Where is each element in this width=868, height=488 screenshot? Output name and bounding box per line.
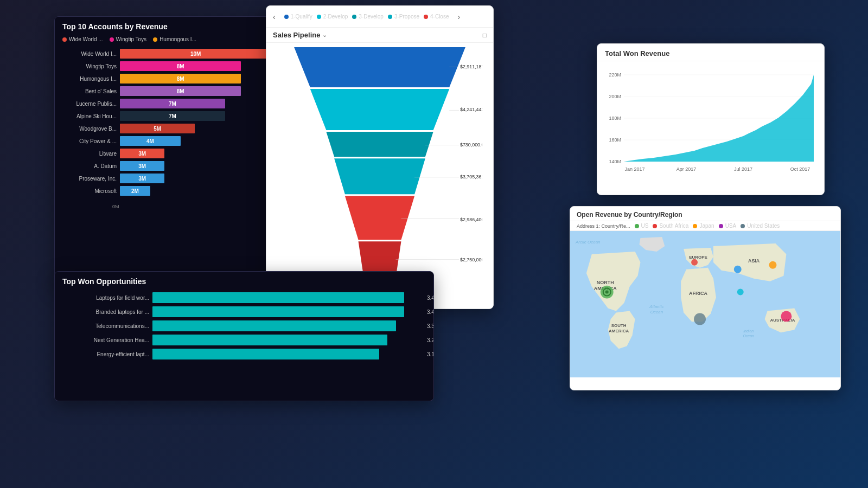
map-dot-japan: [769, 261, 777, 269]
bar-row: Best o' Sales 8M: [62, 86, 279, 96]
bar-outer: 7M: [120, 111, 279, 121]
svg-text:Ocean: Ocean: [743, 334, 754, 338]
pipeline-nav-left[interactable]: ‹: [273, 12, 276, 21]
map-legend-dot: [635, 224, 639, 228]
revenue-card: Total Won Revenue 220M 200M 180M 160M 14…: [597, 43, 825, 195]
svg-text:Indian: Indian: [743, 329, 754, 333]
bar-fill: 5M: [120, 124, 195, 133]
bar-fill: 8M: [120, 86, 241, 96]
map-legend-item: Japan: [693, 223, 714, 229]
map-svg: NORTH AMERICA SOUTH AMERICA EUROPE AFRIC…: [570, 231, 840, 377]
svg-text:EUROPE: EUROPE: [689, 255, 707, 260]
accounts-axis: 0M 10M: [55, 203, 287, 209]
bar-label: Humongous I...: [62, 76, 117, 82]
pipeline-nav-right[interactable]: ›: [457, 12, 460, 21]
bar-row: A. Datum 3M: [62, 161, 279, 171]
opp-bar-fill: [152, 292, 404, 303]
opp-bar-label: Next Generation Hea...: [62, 337, 149, 343]
dashboard-container: Top 10 Accounts by Revenue Wide World ..…: [0, 0, 868, 488]
funnel-container: $2,911,187.00 $4,241,442.00 $730,000.00 …: [266, 43, 493, 292]
bar-outer: 3M: [120, 174, 279, 183]
bar-row: Wingtip Toys 8M: [62, 61, 279, 71]
bar-label: Best o' Sales: [62, 88, 117, 94]
bar-outer: 10M: [120, 49, 279, 59]
opportunities-title: Top Won Opportunities: [55, 272, 433, 290]
bar-outer: 5M: [120, 124, 279, 133]
opp-bar-outer: 3.4M: [152, 292, 426, 303]
bar-fill: 7M: [120, 111, 225, 121]
opp-bar-label: Telecommunications...: [62, 323, 149, 329]
bar-label: Wide World I...: [62, 51, 117, 57]
bar-row: Alpine Ski Hou... 7M: [62, 111, 279, 121]
opp-bar-fill: [152, 306, 404, 317]
svg-text:Atlantic: Atlantic: [649, 304, 663, 309]
bar-fill: 2M: [120, 186, 150, 196]
legend-dot: [352, 15, 356, 19]
opp-bar-outer: 3.1M: [152, 349, 426, 359]
accounts-bar-chart: Wide World I... 10M Wingtip Toys 8M Humo…: [55, 47, 287, 203]
legend-dot: [110, 37, 114, 42]
pipeline-dropdown-icon[interactable]: ⌄: [322, 31, 327, 38]
opportunities-card: Top Won Opportunities Laptops for field …: [54, 271, 434, 401]
svg-text:Jul 2017: Jul 2017: [734, 166, 752, 172]
map-dot-southafrica: [694, 313, 706, 325]
map-card: Open Revenue by Country/Region Address 1…: [570, 206, 841, 390]
opp-bar-row: Laptops for field wor... 3.4M: [62, 292, 426, 303]
opp-bar-row: Next Generation Hea... 3.2M: [62, 335, 426, 345]
pipeline-nav: ‹ 1-Qualify2-Develop3-Develop3-Propose4-…: [273, 10, 460, 23]
svg-text:Oct 2017: Oct 2017: [790, 166, 810, 172]
bar-fill: 3M: [120, 174, 164, 183]
bar-fill: 10M: [120, 49, 271, 59]
svg-text:160M: 160M: [609, 137, 621, 143]
legend-item: Wingtip Toys: [110, 36, 147, 42]
svg-text:180M: 180M: [609, 115, 621, 121]
opp-bar-fill: [152, 335, 387, 345]
bar-outer: 8M: [120, 86, 279, 96]
map-body: NORTH AMERICA SOUTH AMERICA EUROPE AFRIC…: [570, 231, 840, 377]
bar-outer: 3M: [120, 161, 279, 171]
bar-fill: 8M: [120, 61, 241, 71]
svg-text:SOUTH: SOUTH: [611, 323, 627, 328]
revenue-svg: 220M 200M 180M 160M 140M Jan 2017 Apr 20…: [605, 66, 816, 176]
accounts-legend: Wide World ...Wingtip ToysHumongous I...: [55, 34, 287, 47]
opp-bar-label: Laptops for field wor...: [62, 295, 149, 301]
pipeline-title: Sales Pipeline: [273, 31, 320, 39]
legend-dot: [284, 15, 289, 19]
map-title: Open Revenue by Country/Region: [570, 207, 840, 221]
pipeline-legend-item: 1-Qualify: [284, 14, 312, 20]
bar-label: Proseware, Inc.: [62, 176, 117, 182]
bar-row: Lucerne Publis... 7M: [62, 99, 279, 108]
bar-outer: 2M: [120, 186, 279, 196]
legend-dot: [388, 15, 392, 19]
bar-row: Microsoft 2M: [62, 186, 279, 196]
funnel-segment-4: [334, 158, 425, 194]
bar-label: Litware: [62, 151, 117, 157]
opp-bar-outer: 3.4M: [152, 306, 426, 317]
bar-label: Lucerne Publis...: [62, 101, 117, 107]
bar-label: Microsoft: [62, 188, 117, 194]
bar-row: Wide World I... 10M: [62, 49, 279, 59]
opp-bar-label: Energy-efficient lapt...: [62, 351, 149, 357]
bar-outer: 4M: [120, 136, 279, 146]
svg-text:Arctic Ocean: Arctic Ocean: [575, 240, 601, 245]
svg-text:AFRICA: AFRICA: [689, 291, 707, 296]
bar-row: City Power & ... 4M: [62, 136, 279, 146]
bar-label: A. Datum: [62, 163, 117, 169]
opp-bar-row: Branded laptops for ... 3.4M: [62, 306, 426, 317]
bar-fill: 8M: [120, 74, 241, 84]
legend-item: Humongous I...: [153, 36, 196, 42]
bar-label: Woodgrove B...: [62, 126, 117, 132]
bar-outer: 3M: [120, 149, 279, 158]
opp-bar-outer: 3.3M: [152, 320, 426, 331]
opp-bar-value: 3.4M: [427, 295, 434, 301]
legend-dot: [62, 37, 67, 42]
map-legend-dot: [741, 224, 745, 228]
map-legend-item: United States: [741, 223, 780, 229]
pipeline-expand-icon[interactable]: □: [483, 31, 487, 39]
legend-item: Wide World ...: [62, 36, 103, 42]
funnel-label-5: $2,986,400.00: [460, 217, 482, 222]
svg-text:220M: 220M: [609, 72, 621, 78]
map-legend-dot: [653, 224, 657, 228]
bar-outer: 7M: [120, 99, 279, 108]
bar-outer: 8M: [120, 61, 279, 71]
